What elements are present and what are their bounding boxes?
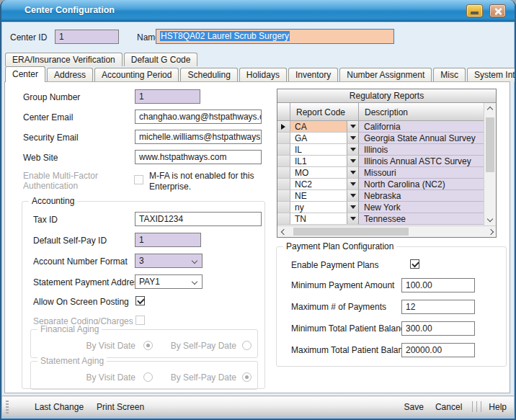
- table-row[interactable]: TN Tennessee: [277, 213, 484, 225]
- description-cell[interactable]: New York: [359, 202, 484, 213]
- report-code-cell[interactable]: NE: [290, 190, 359, 202]
- description-cell[interactable]: Illinois: [359, 144, 484, 156]
- grid-vertical-scrollbar[interactable]: [484, 103, 496, 225]
- center-id-field[interactable]: 1: [55, 30, 119, 44]
- report-code-cell[interactable]: ny: [290, 202, 359, 213]
- report-code-cell[interactable]: MO: [290, 167, 359, 179]
- report-code-dropdown-button[interactable]: [347, 202, 358, 213]
- report-code-dropdown-button[interactable]: [347, 190, 358, 201]
- current-row-marker-icon: [281, 124, 285, 130]
- payment-plan-field-input[interactable]: 100.00: [401, 278, 475, 292]
- tab-label: Holidays: [246, 70, 280, 80]
- security-email-field[interactable]: michelle.williams@hstpathways.com: [135, 130, 262, 144]
- tab[interactable]: Misc: [433, 68, 466, 82]
- toolbar-button[interactable]: Print Screen: [97, 402, 144, 412]
- row-selector-cell[interactable]: [277, 202, 290, 213]
- row-selector-cell[interactable]: [277, 156, 290, 167]
- toolbar-button[interactable]: Last Change: [35, 402, 84, 412]
- report-code-cell[interactable]: IL: [290, 144, 359, 156]
- report-code-dropdown-button[interactable]: [347, 156, 358, 166]
- tab[interactable]: Number Assignment: [339, 68, 432, 82]
- row-selector-cell[interactable]: [277, 179, 290, 190]
- horizontal-scroll-thumb[interactable]: [293, 228, 409, 236]
- description-cell[interactable]: Georgia State Annual Survey: [359, 133, 484, 144]
- tab[interactable]: Accounting Period: [94, 68, 179, 82]
- tab-label: Accounting Period: [102, 70, 172, 80]
- statement-payment-address-value: PAY1: [139, 277, 160, 287]
- row-selector-cell[interactable]: [277, 167, 290, 179]
- grid-horizontal-scrollbar[interactable]: [277, 225, 496, 237]
- chevron-down-icon[interactable]: [192, 279, 197, 285]
- report-code-dropdown-button[interactable]: [347, 179, 358, 189]
- tab-top-row[interactable]: ERA/Insurance Verification: [5, 53, 123, 66]
- table-row[interactable]: ny New York: [277, 202, 484, 213]
- report-code-dropdown-button[interactable]: [347, 121, 358, 132]
- description-cell[interactable]: Illinois Annual ASTC Survey: [359, 156, 484, 167]
- row-selector-cell[interactable]: [277, 121, 290, 133]
- group-number-field[interactable]: 1: [135, 89, 200, 104]
- table-row[interactable]: NE Nebraska: [277, 190, 484, 202]
- enable-payment-plans-checkbox[interactable]: [410, 259, 419, 269]
- web-site-field[interactable]: www.hstpathways.com: [135, 150, 262, 164]
- close-button[interactable]: [489, 4, 506, 17]
- report-code-cell[interactable]: GA: [290, 133, 359, 144]
- description-cell[interactable]: Tennessee: [359, 213, 484, 225]
- scroll-up-button[interactable]: [484, 103, 496, 115]
- chevron-down-icon: [487, 216, 493, 222]
- tax-id-field[interactable]: TAXID1234: [135, 212, 262, 226]
- tab[interactable]: Center: [5, 66, 45, 82]
- report-code-cell[interactable]: IL1: [290, 156, 359, 167]
- row-selector-cell[interactable]: [277, 190, 290, 202]
- account-number-format-combobox[interactable]: 3: [135, 254, 203, 268]
- table-row[interactable]: NC2 North Carolina (NC2): [277, 179, 484, 190]
- report-code-cell[interactable]: NC2: [290, 179, 359, 190]
- table-row[interactable]: GA Georgia State Annual Survey: [277, 133, 484, 144]
- report-code-dropdown-button[interactable]: [347, 144, 358, 155]
- table-row[interactable]: MO Missouri: [277, 167, 484, 179]
- row-selector-cell[interactable]: [277, 144, 290, 156]
- vertical-scroll-track[interactable]: [484, 115, 496, 214]
- tab[interactable]: Inventory: [288, 68, 338, 82]
- title-bar[interactable]: Center Configuration: [0, 0, 516, 22]
- report-code-cell[interactable]: TN: [290, 213, 359, 225]
- minimize-button[interactable]: [466, 4, 483, 17]
- help-button[interactable]: Help: [489, 402, 507, 412]
- allow-on-screen-posting-checkbox[interactable]: [135, 296, 145, 305]
- scroll-right-button[interactable]: [484, 226, 496, 237]
- tab[interactable]: Address: [47, 68, 93, 82]
- row-selector-cell[interactable]: [277, 133, 290, 144]
- table-row[interactable]: IL1 Illinois Annual ASTC Survey: [277, 156, 484, 167]
- grid-report-code-header[interactable]: Report Code: [290, 103, 359, 121]
- scroll-down-button[interactable]: [484, 214, 496, 225]
- description-cell[interactable]: Missouri: [359, 167, 484, 179]
- payment-plan-fields: Minimum Payment Amount 100.00 Maximum # …: [280, 274, 503, 361]
- chevron-down-icon[interactable]: [192, 258, 197, 264]
- report-code-cell[interactable]: CA: [290, 121, 359, 133]
- report-code-dropdown-button[interactable]: [347, 133, 358, 143]
- description-cell[interactable]: North Carolina (NC2): [359, 179, 484, 190]
- description-cell[interactable]: Nebraska: [359, 190, 484, 202]
- default-self-pay-id-field[interactable]: 1: [135, 233, 201, 247]
- vertical-scroll-thumb[interactable]: [486, 117, 494, 172]
- tab[interactable]: Holidays: [239, 68, 287, 82]
- report-code-dropdown-button[interactable]: [347, 213, 358, 224]
- center-email-field[interactable]: changhao.wang@hstpathways.com: [135, 110, 262, 124]
- tab-top-row[interactable]: Default G Code: [124, 53, 198, 66]
- tab[interactable]: Scheduling: [180, 68, 237, 82]
- row-selector-cell[interactable]: [277, 213, 290, 225]
- table-row[interactable]: CA California: [277, 121, 484, 133]
- payment-plan-field-input[interactable]: 12: [401, 300, 475, 314]
- save-button[interactable]: Save: [404, 402, 424, 412]
- scroll-left-button[interactable]: [277, 226, 289, 237]
- cancel-button[interactable]: Cancel: [435, 402, 462, 412]
- statement-payment-address-combobox[interactable]: PAY1: [135, 274, 203, 289]
- report-code-dropdown-button[interactable]: [347, 167, 358, 178]
- description-cell[interactable]: California: [359, 121, 484, 133]
- payment-plan-field-input[interactable]: 20000.00: [401, 343, 475, 357]
- grid-description-header[interactable]: Description: [359, 103, 484, 121]
- tab[interactable]: System Interface: [467, 68, 516, 82]
- toolbar-grip-icon[interactable]: [6, 401, 9, 414]
- payment-plan-field-input[interactable]: 300.00: [401, 321, 475, 336]
- table-row[interactable]: IL Illinois: [277, 144, 484, 156]
- name-field[interactable]: HST8QA02 Laurel Scrub Surgery: [156, 29, 394, 44]
